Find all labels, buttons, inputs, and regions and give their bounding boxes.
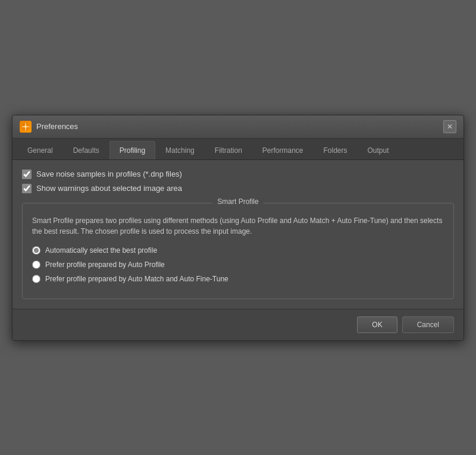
title-bar: Preferences ✕ [12,115,464,139]
preferences-dialog: Preferences ✕ General Defaults Profiling… [12,115,464,341]
close-button[interactable]: ✕ [443,120,456,133]
radio-prefer-auto-match: Prefer profile prepared by Auto Match an… [32,275,444,283]
tab-general[interactable]: General [17,141,63,159]
radio-prefer-auto-match-input[interactable] [32,275,40,283]
radio-auto-best-input[interactable] [32,246,40,255]
radio-prefer-auto-profile-label[interactable]: Prefer profile prepared by Auto Profile [45,261,165,269]
save-noise-row: Save noise samples in profiles (*.dnp fi… [22,170,454,179]
dialog-footer: OK Cancel [12,309,464,340]
radio-prefer-auto-profile: Prefer profile prepared by Auto Profile [32,261,444,269]
cancel-button[interactable]: Cancel [402,316,454,333]
tab-profiling[interactable]: Profiling [109,141,155,159]
radio-prefer-auto-profile-input[interactable] [32,261,40,269]
tab-defaults[interactable]: Defaults [63,141,109,159]
app-icon [20,121,32,133]
tab-filtration[interactable]: Filtration [205,141,252,159]
title-bar-left: Preferences [20,121,78,133]
tab-output[interactable]: Output [358,141,399,159]
radio-prefer-auto-match-label[interactable]: Prefer profile prepared by Auto Match an… [45,275,228,283]
tab-content: Save noise samples in profiles (*.dnp fi… [12,160,464,309]
smart-profile-legend: Smart Profile [212,197,263,206]
radio-auto-best-label[interactable]: Automatically select the best profile [45,246,157,255]
save-noise-label[interactable]: Save noise samples in profiles (*.dnp fi… [36,170,182,178]
save-noise-checkbox[interactable] [22,170,32,179]
radio-auto-best: Automatically select the best profile [32,246,444,255]
smart-profile-description: Smart Profile prepares two profiles usin… [32,215,444,237]
show-warnings-row: Show warnings about selected image area [22,184,454,193]
tabs-bar: General Defaults Profiling Matching Filt… [12,139,464,160]
smart-profile-section: Smart Profile Smart Profile prepares two… [22,203,454,299]
tab-folders[interactable]: Folders [314,141,358,159]
dialog-title: Preferences [36,122,78,131]
show-warnings-checkbox[interactable] [22,184,32,193]
tab-performance[interactable]: Performance [252,141,314,159]
show-warnings-label[interactable]: Show warnings about selected image area [36,184,182,193]
tab-matching[interactable]: Matching [155,141,205,159]
ok-button[interactable]: OK [357,316,397,333]
